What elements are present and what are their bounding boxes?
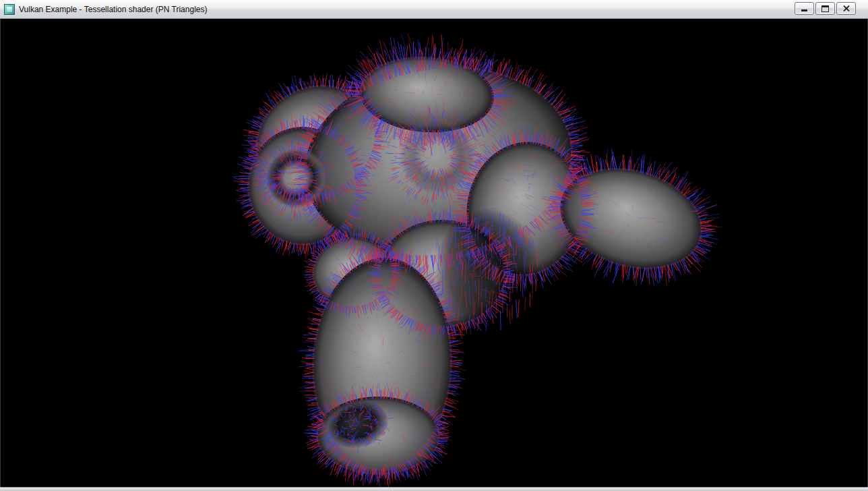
close-button[interactable] — [836, 2, 856, 15]
client-area — [0, 19, 868, 487]
maximize-button[interactable] — [815, 2, 835, 15]
vulkan-render-viewport[interactable] — [1, 19, 867, 487]
minimize-button[interactable] — [795, 2, 814, 15]
titlebar[interactable]: Vulkan Example - Tessellation shader (PN… — [0, 0, 868, 19]
maximize-icon — [822, 5, 829, 12]
window-border-bottom — [0, 487, 868, 491]
window-controls — [795, 2, 856, 15]
minimize-icon — [801, 5, 808, 11]
app-icon — [4, 4, 15, 15]
close-icon — [843, 5, 850, 11]
app-window: Vulkan Example - Tessellation shader (PN… — [0, 0, 868, 491]
window-title: Vulkan Example - Tessellation shader (PN… — [19, 5, 207, 14]
